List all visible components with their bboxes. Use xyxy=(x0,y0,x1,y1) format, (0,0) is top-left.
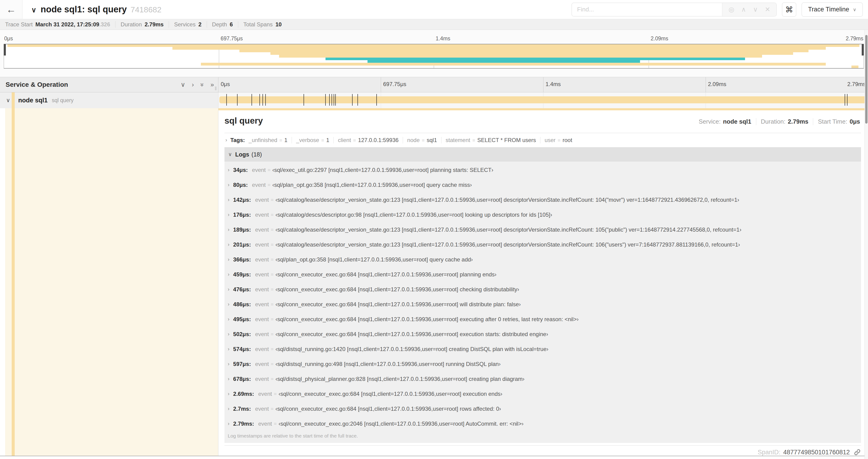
equals-sign: = xyxy=(271,376,274,382)
summary-value: 10 xyxy=(275,21,282,28)
log-field-name: event xyxy=(255,241,269,248)
chevron-right-icon: › xyxy=(228,376,229,382)
next-match-icon[interactable]: ∨ xyxy=(753,6,758,13)
minimap-canvas[interactable] xyxy=(4,44,864,69)
link-icon[interactable] xyxy=(854,449,861,456)
timeline-header: Service & Operation ∨ › » » ‖ 0μs697.75μ… xyxy=(0,77,868,92)
chevron-right-icon: › xyxy=(228,167,229,173)
log-row[interactable]: ›201μs:event=‹sql/catalog/lease/descript… xyxy=(224,237,861,252)
chevron-right-icon: › xyxy=(228,301,229,307)
tag-value: root xyxy=(563,137,572,143)
tag-item: _verbose=1 xyxy=(292,137,334,143)
span-row[interactable]: ∨ node sql1 sql query xyxy=(0,92,868,108)
minimap-span-bar xyxy=(239,50,808,52)
logs-header[interactable]: ∨ Logs (18) xyxy=(224,147,861,162)
log-row[interactable]: ›34μs:event=‹sql/exec_util.go:2297 [nsql… xyxy=(224,163,861,177)
log-field-name: event xyxy=(255,316,269,323)
detail-title-bar: sql query Service:node sql1Duration:2.79… xyxy=(224,116,861,129)
column-resizer-grip[interactable]: ‖ xyxy=(215,86,217,92)
summary-value: 2 xyxy=(198,21,202,28)
log-row[interactable]: ›502μs:event=‹sql/conn_executor_exec.go:… xyxy=(224,327,861,342)
minimap-right-handle[interactable] xyxy=(862,44,864,56)
expand-one-icon[interactable]: › xyxy=(192,81,194,88)
log-row[interactable]: ›476μs:event=‹sql/conn_executor_exec.go:… xyxy=(224,282,861,297)
command-icon: ⌘ xyxy=(785,5,793,14)
minimap-left-handle[interactable] xyxy=(4,44,6,56)
trace-title-wrap: ∨ node sql1: sql query 7418682 xyxy=(31,4,161,14)
span-detail-title: sql query xyxy=(224,116,263,126)
span-operation-name: sql query xyxy=(52,97,73,104)
detail-left-column xyxy=(0,108,218,456)
equals-sign: = xyxy=(271,302,274,307)
log-row[interactable]: ›2.69ms:event=‹sql/conn_executor_exec.go… xyxy=(224,387,861,401)
summary-label: Trace Start xyxy=(5,21,33,28)
match-highlight-icon[interactable]: ◎ xyxy=(728,6,734,13)
collapse-trace-icon[interactable]: ∨ xyxy=(31,6,36,14)
log-value: ‹sql/catalog/lease/descriptor_version_st… xyxy=(275,226,741,233)
log-field-name: event xyxy=(255,376,269,382)
log-timestamp: 34μs: xyxy=(233,167,248,173)
tag-item: user=root xyxy=(540,137,576,143)
expand-all-icon[interactable]: » xyxy=(211,81,214,88)
view-selector-button[interactable]: Trace Timeline ∨ xyxy=(802,2,863,17)
log-row[interactable]: ›495μs:event=‹sql/conn_executor_exec.go:… xyxy=(224,312,861,327)
span-name-column[interactable]: ∨ node sql1 sql query xyxy=(0,92,218,108)
equals-sign: = xyxy=(558,138,560,143)
overview-value: 2.79ms xyxy=(788,118,808,125)
log-marker xyxy=(251,94,252,106)
keyboard-shortcuts-button[interactable]: ⌘ xyxy=(782,2,796,17)
scrollbar-thumb[interactable] xyxy=(865,35,868,124)
log-timestamp: 597μs: xyxy=(233,361,251,367)
log-timestamp: 678μs: xyxy=(233,376,251,382)
log-field-name: event xyxy=(255,226,269,233)
log-row[interactable]: ›366μs:event=‹sql/plan_opt.go:358 [nsql1… xyxy=(224,252,861,267)
chevron-down-icon: ∨ xyxy=(853,7,856,12)
span-bar-column[interactable] xyxy=(218,92,868,108)
overview-item: Duration:2.79ms xyxy=(756,118,813,125)
log-row[interactable]: ›597μs:event=‹sql/distsql_running.go:498… xyxy=(224,357,861,371)
log-row[interactable]: ›574μs:event=‹sql/distsql_running.go:142… xyxy=(224,342,861,357)
collapse-all-icon[interactable]: » xyxy=(198,83,206,86)
log-row[interactable]: ›142μs:event=‹sql/catalog/lease/descript… xyxy=(224,192,861,207)
collapse-one-icon[interactable]: ∨ xyxy=(181,81,185,88)
back-button[interactable]: ← xyxy=(0,0,22,19)
chevron-right-icon: › xyxy=(228,406,229,412)
span-duration-bar[interactable] xyxy=(219,96,867,103)
span-service-name: node sql1 xyxy=(18,97,48,104)
log-row[interactable]: ›189μs:event=‹sql/catalog/lease/descript… xyxy=(224,222,861,237)
find-input[interactable] xyxy=(572,3,722,16)
tag-value: sql1 xyxy=(427,137,437,143)
log-row[interactable]: ›2.79ms:event=‹sql/conn_executor_exec.go… xyxy=(224,416,861,431)
find-group: ◎ ∧ ∨ ✕ xyxy=(571,3,777,17)
log-field-name: event xyxy=(255,197,269,203)
log-marker xyxy=(265,94,266,106)
tag-key: statement xyxy=(446,137,470,143)
summary-label: Total Spans xyxy=(243,21,273,28)
log-field-name: event xyxy=(258,391,272,397)
span-collapse-icon[interactable]: ∨ xyxy=(6,97,10,104)
logs-note: Log timestamps are relative to the start… xyxy=(224,431,861,443)
chevron-right-icon: › xyxy=(228,361,229,367)
log-row[interactable]: ›176μs:event=‹sql/catalog/descs/descript… xyxy=(224,207,861,222)
clear-find-icon[interactable]: ✕ xyxy=(765,6,770,13)
log-timestamp: 495μs: xyxy=(233,316,251,323)
minimap-span-bar xyxy=(173,47,826,50)
log-value: ‹sql/distsql_running.go:498 [nsql1,clien… xyxy=(275,361,500,367)
prev-match-icon[interactable]: ∧ xyxy=(741,6,746,13)
ruler-tick-label: 0μs xyxy=(221,81,230,88)
chevron-down-icon: ∨ xyxy=(228,151,232,157)
log-row[interactable]: ›2.7ms:event=‹sql/conn_executor_exec.go:… xyxy=(224,401,861,416)
log-row[interactable]: ›486μs:event=‹sql/conn_executor_exec.go:… xyxy=(224,297,861,312)
log-row[interactable]: ›80μs:event=‹sql/plan_opt.go:358 [nsql1,… xyxy=(224,177,861,192)
vertical-scrollbar[interactable] xyxy=(865,30,868,459)
minimap-tick-label: 0μs xyxy=(4,35,13,42)
tag-value: SELECT * FROM users xyxy=(477,137,536,143)
tags-row[interactable]: › Tags: _unfinished=1_verbose=1client=12… xyxy=(224,133,861,147)
log-marker xyxy=(847,94,847,106)
minimap-tick-label: 1.4ms xyxy=(436,35,450,42)
logs-count: (18) xyxy=(251,151,262,158)
service-operation-header: Service & Operation ∨ › » » ‖ xyxy=(0,77,218,92)
log-timestamp: 80μs: xyxy=(233,182,248,188)
log-row[interactable]: ›678μs:event=‹sql/distsql_physical_plann… xyxy=(224,371,861,387)
log-row[interactable]: ›459μs:event=‹sql/conn_executor_exec.go:… xyxy=(224,267,861,282)
